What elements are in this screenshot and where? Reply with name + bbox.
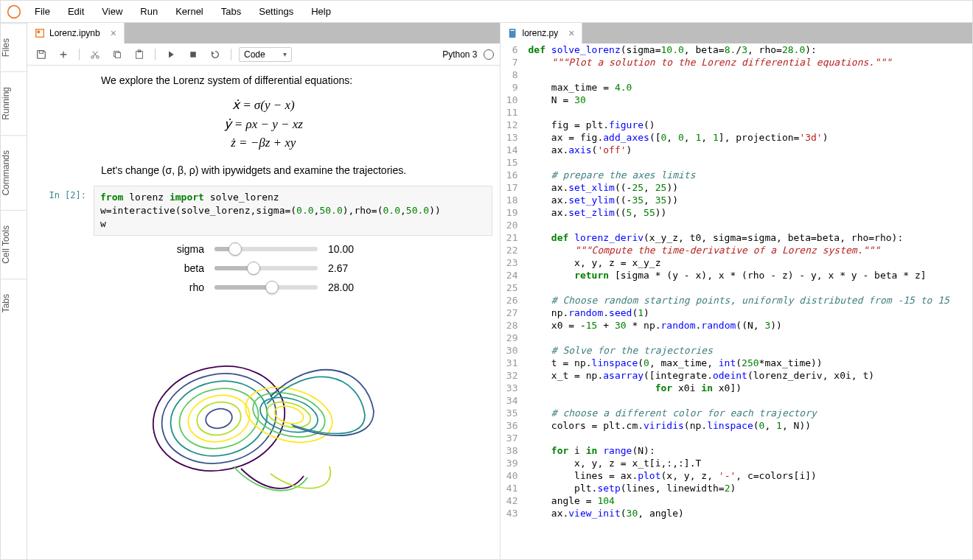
editor-line[interactable]: 26 # Choose random starting points, unif…	[501, 294, 973, 307]
editor-line[interactable]: 11	[501, 106, 973, 119]
slider-track[interactable]	[215, 247, 318, 251]
editor-line[interactable]: 12 fig = plt.figure()	[501, 119, 973, 131]
stop-button[interactable]	[185, 46, 201, 63]
code-editor[interactable]: 6def solve_lorenz(sigma=10.0, beta=8./3,…	[501, 43, 973, 559]
slider-beta: beta 2.67	[101, 262, 492, 274]
run-button[interactable]	[163, 46, 179, 63]
sidebar-tab-tabs[interactable]: Tabs	[1, 279, 27, 327]
editor-line[interactable]: 43 ax.view_init(30, angle)	[501, 507, 973, 519]
menu-view[interactable]: View	[102, 6, 122, 17]
editor-line[interactable]: 32 x_t = np.asarray([integrate.odeint(lo…	[501, 369, 973, 382]
editor-line[interactable]: 18 ax.set_ylim((-35, 35))	[501, 194, 973, 206]
editor-line[interactable]: 31 t = np.linspace(0, max_time, int(250*…	[501, 357, 973, 369]
equations-block: ẋ = σ(y − x) ẏ = ρx − y − xz ż = −βz + x…	[35, 96, 492, 153]
tab-lorenz-ipynb[interactable]: Lorenz.ipynb ×	[27, 23, 125, 43]
left-sidebar: FilesRunningCommandsCell ToolsTabs	[1, 23, 27, 559]
copy-button[interactable]	[109, 46, 125, 63]
editor-line[interactable]: 41 plt.setp(lines, linewidth=2)	[501, 482, 973, 494]
slider-thumb[interactable]	[265, 281, 279, 294]
menu-settings[interactable]: Settings	[259, 6, 293, 17]
editor-line[interactable]: 33 for x0i in x0])	[501, 382, 973, 394]
close-tab-icon[interactable]: ×	[568, 27, 574, 39]
svg-point-1	[9, 6, 10, 7]
editor-line[interactable]: 17 ax.set_xlim((-25, 25))	[501, 181, 973, 194]
save-button[interactable]	[33, 46, 49, 63]
kernel-name[interactable]: Python 3	[442, 49, 477, 60]
editor-line[interactable]: 9 max_time = 4.0	[501, 81, 973, 94]
editor-line[interactable]: 35 # choose a different color for each t…	[501, 407, 973, 419]
line-number: 6	[501, 43, 524, 56]
editor-line[interactable]: 24 return [sigma * (y - x), x * (rho - z…	[501, 269, 973, 281]
svg-point-18	[204, 407, 234, 431]
slider-track[interactable]	[215, 266, 318, 270]
editor-line[interactable]: 14 ax.axis('off')	[501, 144, 973, 156]
editor-line[interactable]: 13 ax = fig.add_axes([0, 0, 1, 1], proje…	[501, 131, 973, 144]
cut-button[interactable]	[87, 46, 103, 63]
tab-label: lorenz.py	[523, 28, 559, 38]
editor-line[interactable]: 42 angle = 104	[501, 494, 973, 507]
slider-thumb[interactable]	[247, 262, 260, 275]
sidebar-tab-commands[interactable]: Commands	[1, 135, 27, 210]
editor-line[interactable]: 19 ax.set_zlim((5, 55))	[501, 206, 973, 219]
svg-rect-8	[115, 52, 120, 57]
jupyter-logo-icon	[7, 4, 21, 19]
editor-line[interactable]: 23 x, y, z = x_y_z	[501, 256, 973, 269]
paste-button[interactable]	[131, 46, 147, 63]
tab-lorenz-py[interactable]: lorenz.py ×	[501, 23, 583, 43]
editor-line[interactable]: 22 """Compute the time-derivative of a L…	[501, 244, 973, 256]
line-number: 32	[501, 369, 524, 382]
editor-line[interactable]: 16 # prepare the axes limits	[501, 169, 973, 181]
menu-kernel[interactable]: Kernel	[175, 6, 203, 17]
editor-line[interactable]: 30 # Solve for the trajectories	[501, 344, 973, 357]
editor-line[interactable]: 6def solve_lorenz(sigma=10.0, beta=8./3,…	[501, 43, 973, 56]
editor-line[interactable]: 27 np.random.seed(1)	[501, 307, 973, 319]
slider-value: 28.00	[328, 281, 372, 293]
sidebar-tab-cell-tools[interactable]: Cell Tools	[1, 210, 27, 279]
editor-line[interactable]: 40 lines = ax.plot(x, y, z, '-', c=color…	[501, 469, 973, 482]
menu-run[interactable]: Run	[140, 6, 158, 17]
editor-line[interactable]: 15	[501, 156, 973, 169]
code-input[interactable]: from lorenz import solve_lorenz w=intera…	[94, 186, 492, 237]
code-cell[interactable]: In [2]: from lorenz import solve_lorenz …	[35, 186, 492, 237]
editor-line[interactable]: 10 N = 30	[501, 94, 973, 106]
line-number: 38	[501, 444, 524, 457]
slider-track[interactable]	[215, 285, 318, 290]
editor-line[interactable]: 34	[501, 394, 973, 407]
menu-help[interactable]: Help	[311, 6, 331, 17]
editor-line[interactable]: 36 colors = plt.cm.viridis(np.linspace(0…	[501, 419, 973, 432]
line-number: 35	[501, 407, 524, 419]
editor-line[interactable]: 39 x, y, z = x_t[i,:,:].T	[501, 457, 973, 469]
editor-line[interactable]: 38 for i in range(N):	[501, 444, 973, 457]
cell-type-select[interactable]: Code ▾	[239, 47, 292, 62]
menu-tabs[interactable]: Tabs	[221, 6, 241, 17]
notebook-file-icon	[35, 28, 45, 38]
editor-line[interactable]: 20	[501, 219, 973, 231]
line-number: 20	[501, 219, 524, 231]
slider-value: 10.00	[328, 243, 372, 255]
sidebar-tab-running[interactable]: Running	[1, 71, 27, 135]
menu-edit[interactable]: Edit	[68, 6, 84, 17]
line-number: 30	[501, 344, 524, 357]
line-number: 9	[501, 81, 524, 94]
line-number: 36	[501, 419, 524, 432]
menu-file[interactable]: File	[35, 6, 50, 17]
editor-line[interactable]: 7 """Plot a solution to the Lorenz diffe…	[501, 56, 973, 69]
editor-line[interactable]: 21 def lorenz_deriv(x_y_z, t0, sigma=sig…	[501, 231, 973, 244]
kernel-status-icon[interactable]	[484, 49, 494, 60]
svg-rect-9	[136, 51, 143, 58]
line-number: 12	[501, 119, 524, 131]
editor-line[interactable]: 29	[501, 332, 973, 344]
editor-line[interactable]: 8	[501, 69, 973, 81]
editor-line[interactable]: 25	[501, 281, 973, 294]
sidebar-tab-files[interactable]: Files	[1, 23, 27, 71]
editor-line[interactable]: 28 x0 = -15 + 30 * np.random.random((N, …	[501, 319, 973, 332]
close-tab-icon[interactable]: ×	[111, 27, 116, 39]
line-number: 43	[501, 507, 524, 519]
python-file-icon	[508, 28, 518, 38]
notebook-content[interactable]: We explore the Lorenz system of differen…	[27, 66, 500, 559]
slider-label: rho	[101, 281, 204, 293]
restart-button[interactable]	[207, 46, 223, 63]
editor-line[interactable]: 37	[501, 432, 973, 444]
add-cell-button[interactable]	[55, 46, 72, 63]
slider-thumb[interactable]	[229, 242, 242, 256]
